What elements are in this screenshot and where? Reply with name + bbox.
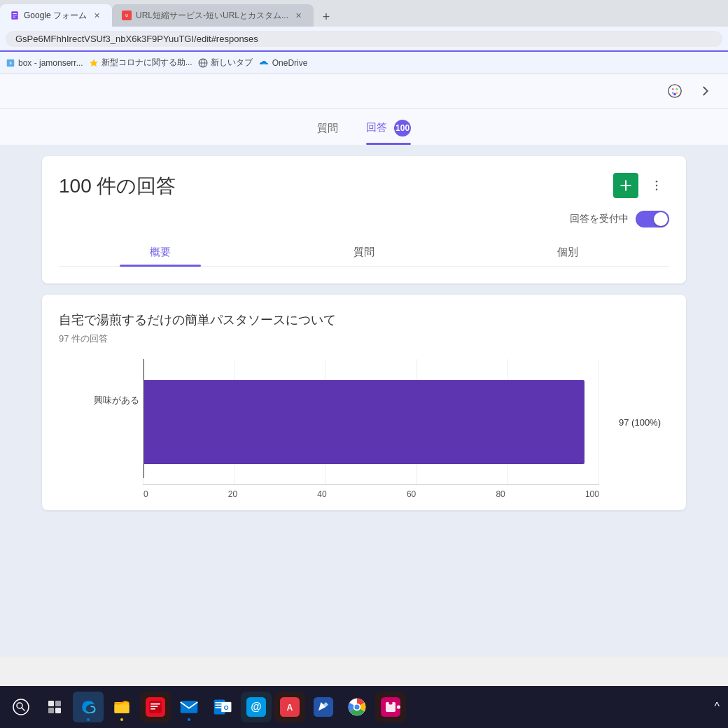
tab-url-shortener[interactable]: U URL短縮サービス-短いURLとカスタム... ✕ (112, 4, 314, 27)
tab-url-shortener-close[interactable]: ✕ (293, 10, 304, 21)
tab-responses-label: 回答 (366, 121, 387, 133)
tab-google-forms[interactable]: Google フォーム ✕ (0, 4, 112, 27)
svg-text:@: @ (251, 701, 261, 713)
puzzle-icon (381, 697, 400, 717)
edge-icon (78, 697, 98, 717)
bookmark-corona-icon (89, 58, 99, 68)
chart-area: 97 (100%) 0 20 40 60 80 100 (143, 359, 599, 499)
email2-icon: @ (246, 697, 266, 717)
search-circle-icon (13, 699, 29, 715)
svg-rect-41 (216, 702, 222, 704)
svg-point-20 (656, 181, 658, 183)
svg-point-22 (656, 189, 658, 191)
svg-rect-3 (13, 17, 15, 18)
bookmark-box-icon: b (6, 58, 15, 68)
subtab-summary[interactable]: 概要 (59, 239, 262, 266)
bar-興味がある (144, 380, 584, 464)
toggle-thumb (654, 212, 668, 226)
new-tab-button[interactable]: + (316, 7, 336, 27)
toggle-row: 回答を受付中 (59, 211, 669, 227)
x-label-80: 80 (496, 489, 505, 499)
chevron-label: ^ (714, 701, 720, 713)
bar-value-label: 97 (100%) (619, 380, 661, 464)
x-label-0: 0 (144, 489, 148, 499)
taskbar-email2-app[interactable]: @ (241, 692, 272, 722)
address-url: GsPe6MFhhIrectVSUf3_nbX6k3F9PYuuTGI/edit… (15, 34, 258, 44)
svg-point-13 (672, 88, 674, 90)
chart-grid: 97 (100%) (143, 359, 599, 485)
subtab-individual[interactable]: 個別 (465, 239, 669, 266)
taskbar-chrome-app[interactable] (342, 692, 372, 722)
taskbar-files-app[interactable] (106, 692, 137, 722)
tab-google-forms-label: Google フォーム (24, 10, 87, 22)
tab-responses[interactable]: 回答 100 (366, 120, 411, 145)
svg-point-15 (672, 92, 674, 94)
bookmark-newtab-label: 新しいタブ (211, 57, 253, 69)
svg-rect-42 (216, 705, 222, 706)
response-count-card: 100 件の回答 回答を受付中 (42, 156, 686, 284)
taskbar-chevron-button[interactable]: ^ (711, 698, 722, 716)
svg-rect-54 (388, 701, 392, 704)
bookmarks-bar: b box - jamonserr... 新型コロナに関する助... 新しいタブ… (0, 52, 728, 74)
taskbar-mail-app[interactable] (174, 692, 204, 722)
bookmark-onedrive[interactable]: OneDrive (258, 58, 308, 68)
address-bar-row: GsPe6MFhhIrectVSUf3_nbX6k3F9PYuuTGI/edit… (0, 27, 728, 52)
mail-indicator (188, 718, 190, 721)
add-to-sheets-button[interactable] (613, 173, 638, 198)
tab-questions[interactable]: 質問 (317, 122, 338, 144)
taskbar-outlook-app[interactable]: O (207, 692, 238, 722)
chevron-right-icon (698, 83, 713, 99)
svg-line-25 (22, 708, 24, 710)
address-bar[interactable]: GsPe6MFhhIrectVSUf3_nbX6k3F9PYuuTGI/edit… (6, 31, 722, 47)
taskbar-pen-app[interactable] (308, 692, 339, 722)
palette-button[interactable] (664, 80, 686, 102)
tab-google-forms-close[interactable]: ✕ (91, 10, 102, 21)
forms-tab-icon (10, 10, 20, 20)
svg-rect-36 (150, 708, 155, 710)
more-options-icon (650, 178, 664, 192)
taskbar-edge-app[interactable] (73, 692, 104, 722)
response-count-badge: 100 (394, 120, 411, 136)
subtab-summary-label: 概要 (150, 246, 171, 258)
taskbar-puzzle-app[interactable] (375, 692, 406, 722)
svg-text:O: O (224, 704, 229, 711)
bookmark-corona[interactable]: 新型コロナに関する助... (89, 57, 192, 69)
card-actions (613, 173, 669, 198)
svg-rect-43 (216, 707, 222, 708)
x-label-60: 60 (407, 489, 416, 499)
svg-marker-8 (90, 59, 98, 66)
chevron-right-button[interactable] (694, 80, 717, 102)
taskbar-archi-app[interactable]: A (274, 692, 305, 722)
bookmark-newtab[interactable]: 新しいタブ (198, 57, 253, 69)
mail-icon (179, 697, 199, 717)
grid-line-0 (143, 359, 144, 484)
accepting-responses-toggle[interactable] (636, 211, 669, 227)
palette-icon (667, 83, 682, 99)
subtab-questions[interactable]: 質問 (262, 239, 466, 266)
form-tabs: 質問 回答 100 (0, 108, 728, 145)
url-shortener-tab-icon: U (122, 10, 132, 20)
more-options-button[interactable] (644, 173, 669, 198)
svg-point-17 (673, 93, 676, 96)
svg-point-23 (13, 699, 29, 715)
x-label-40: 40 (317, 489, 326, 499)
files-icon (112, 697, 132, 717)
tab-bar: Google フォーム ✕ U URL短縮サービス-短いURLとカスタム... … (0, 0, 728, 27)
svg-rect-2 (13, 15, 17, 15)
browser-chrome: Google フォーム ✕ U URL短縮サービス-短いURLとカスタム... … (0, 0, 728, 74)
card-header: 100 件の回答 (59, 173, 669, 200)
url-icon-svg: U (122, 11, 131, 20)
svg-point-12 (668, 85, 681, 97)
bookmark-globe-icon (198, 58, 208, 68)
chart-wrapper: 興味がある (143, 359, 599, 499)
toggle-label: 回答を受付中 (570, 213, 629, 225)
tab-questions-label: 質問 (317, 122, 338, 134)
taskbar-itunes-app[interactable] (140, 692, 171, 722)
taskbar-search-button[interactable] (6, 692, 36, 722)
bookmark-box[interactable]: b box - jamonserr... (6, 58, 83, 68)
x-label-100: 100 (585, 489, 599, 499)
svg-rect-27 (55, 701, 61, 706)
x-label-20: 20 (228, 489, 237, 499)
question-title: 自宅で湯煎するだけの簡単パスタソースについて (59, 312, 669, 328)
taskbar-widgets-button[interactable] (39, 692, 70, 722)
